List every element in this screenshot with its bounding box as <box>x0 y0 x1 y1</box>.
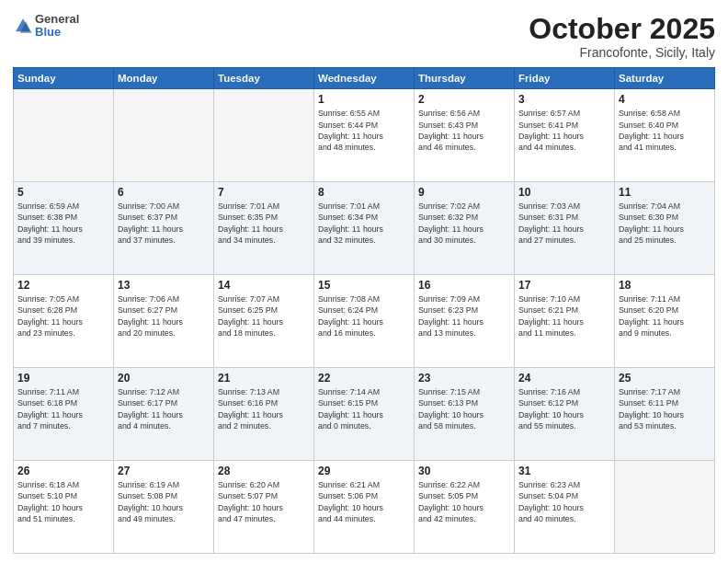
cell-info: Sunrise: 6:23 AM Sunset: 5:04 PM Dayligh… <box>518 479 610 524</box>
location: Francofonte, Sicily, Italy <box>529 45 715 60</box>
page: General Blue October 2025 Francofonte, S… <box>0 0 728 563</box>
cell-day-number: 7 <box>218 186 310 199</box>
cell-info: Sunrise: 7:00 AM Sunset: 6:37 PM Dayligh… <box>118 201 210 246</box>
cell-info: Sunrise: 7:14 AM Sunset: 6:15 PM Dayligh… <box>318 386 410 431</box>
cell-info: Sunrise: 7:04 AM Sunset: 6:30 PM Dayligh… <box>619 201 711 246</box>
calendar-header-row: Sunday Monday Tuesday Wednesday Thursday… <box>14 68 715 89</box>
table-row: 12Sunrise: 7:05 AM Sunset: 6:28 PM Dayli… <box>14 275 114 368</box>
table-row <box>214 89 314 182</box>
cell-day-number: 15 <box>318 279 410 292</box>
table-row: 16Sunrise: 7:09 AM Sunset: 6:23 PM Dayli… <box>415 275 515 368</box>
table-row: 4Sunrise: 6:58 AM Sunset: 6:40 PM Daylig… <box>615 89 715 182</box>
table-row: 14Sunrise: 7:07 AM Sunset: 6:25 PM Dayli… <box>214 275 314 368</box>
table-row: 21Sunrise: 7:13 AM Sunset: 6:16 PM Dayli… <box>214 368 314 461</box>
cell-day-number: 29 <box>318 465 410 477</box>
table-row: 23Sunrise: 7:15 AM Sunset: 6:13 PM Dayli… <box>415 368 515 461</box>
cell-info: Sunrise: 7:01 AM Sunset: 6:34 PM Dayligh… <box>318 201 410 246</box>
cell-info: Sunrise: 7:05 AM Sunset: 6:28 PM Dayligh… <box>17 293 109 339</box>
header-friday: Friday <box>515 68 615 89</box>
cell-day-number: 8 <box>318 186 410 199</box>
month-title: October 2025 <box>529 13 715 45</box>
cell-day-number: 17 <box>518 279 610 292</box>
table-row: 13Sunrise: 7:06 AM Sunset: 6:27 PM Dayli… <box>114 275 214 368</box>
table-row: 19Sunrise: 7:11 AM Sunset: 6:18 PM Dayli… <box>14 368 114 461</box>
table-row: 3Sunrise: 6:57 AM Sunset: 6:41 PM Daylig… <box>515 89 615 182</box>
header-wednesday: Wednesday <box>314 68 415 89</box>
cell-info: Sunrise: 7:11 AM Sunset: 6:20 PM Dayligh… <box>619 293 711 339</box>
cell-day-number: 27 <box>118 465 210 477</box>
table-row: 2Sunrise: 6:56 AM Sunset: 6:43 PM Daylig… <box>415 89 515 182</box>
cell-info: Sunrise: 6:20 AM Sunset: 5:07 PM Dayligh… <box>218 479 310 524</box>
logo-text: General Blue <box>35 13 79 40</box>
cell-info: Sunrise: 6:18 AM Sunset: 5:10 PM Dayligh… <box>17 479 109 524</box>
logo-blue: Blue <box>35 25 61 39</box>
header-sunday: Sunday <box>14 68 114 89</box>
table-row <box>14 89 114 182</box>
cell-day-number: 25 <box>619 372 711 385</box>
cell-day-number: 23 <box>418 372 510 385</box>
calendar-week-row: 12Sunrise: 7:05 AM Sunset: 6:28 PM Dayli… <box>14 275 715 368</box>
cell-day-number: 30 <box>418 465 510 477</box>
table-row: 31Sunrise: 6:23 AM Sunset: 5:04 PM Dayli… <box>515 461 615 554</box>
logo: General Blue <box>13 13 79 40</box>
table-row: 25Sunrise: 7:17 AM Sunset: 6:11 PM Dayli… <box>615 368 715 461</box>
table-row: 27Sunrise: 6:19 AM Sunset: 5:08 PM Dayli… <box>114 461 214 554</box>
cell-day-number: 3 <box>518 93 610 106</box>
header: General Blue October 2025 Francofonte, S… <box>13 13 715 60</box>
table-row: 20Sunrise: 7:12 AM Sunset: 6:17 PM Dayli… <box>114 368 214 461</box>
cell-info: Sunrise: 6:57 AM Sunset: 6:41 PM Dayligh… <box>518 108 610 153</box>
cell-info: Sunrise: 7:12 AM Sunset: 6:17 PM Dayligh… <box>118 386 210 431</box>
logo-icon <box>13 16 33 36</box>
cell-info: Sunrise: 7:08 AM Sunset: 6:24 PM Dayligh… <box>318 293 410 339</box>
header-monday: Monday <box>114 68 214 89</box>
logo-general: General <box>35 12 79 26</box>
header-tuesday: Tuesday <box>214 68 314 89</box>
cell-info: Sunrise: 7:02 AM Sunset: 6:32 PM Dayligh… <box>418 201 510 246</box>
cell-day-number: 16 <box>418 279 510 292</box>
cell-day-number: 1 <box>318 93 410 106</box>
table-row: 11Sunrise: 7:04 AM Sunset: 6:30 PM Dayli… <box>615 182 715 275</box>
cell-info: Sunrise: 6:19 AM Sunset: 5:08 PM Dayligh… <box>118 479 210 524</box>
table-row: 29Sunrise: 6:21 AM Sunset: 5:06 PM Dayli… <box>314 461 415 554</box>
table-row: 24Sunrise: 7:16 AM Sunset: 6:12 PM Dayli… <box>515 368 615 461</box>
table-row: 1Sunrise: 6:55 AM Sunset: 6:44 PM Daylig… <box>314 89 415 182</box>
table-row: 28Sunrise: 6:20 AM Sunset: 5:07 PM Dayli… <box>214 461 314 554</box>
cell-day-number: 10 <box>518 186 610 199</box>
cell-day-number: 28 <box>218 465 310 477</box>
table-row <box>615 461 715 554</box>
cell-day-number: 12 <box>17 279 109 292</box>
table-row: 17Sunrise: 7:10 AM Sunset: 6:21 PM Dayli… <box>515 275 615 368</box>
cell-info: Sunrise: 7:11 AM Sunset: 6:18 PM Dayligh… <box>17 386 109 431</box>
cell-info: Sunrise: 7:07 AM Sunset: 6:25 PM Dayligh… <box>218 293 310 339</box>
cell-day-number: 21 <box>218 372 310 385</box>
table-row: 26Sunrise: 6:18 AM Sunset: 5:10 PM Dayli… <box>14 461 114 554</box>
cell-day-number: 31 <box>518 465 610 477</box>
cell-day-number: 11 <box>619 186 711 199</box>
cell-day-number: 13 <box>118 279 210 292</box>
cell-day-number: 9 <box>418 186 510 199</box>
calendar-week-row: 5Sunrise: 6:59 AM Sunset: 6:38 PM Daylig… <box>14 182 715 275</box>
header-thursday: Thursday <box>415 68 515 89</box>
cell-day-number: 24 <box>518 372 610 385</box>
cell-info: Sunrise: 6:22 AM Sunset: 5:05 PM Dayligh… <box>418 479 510 524</box>
table-row: 30Sunrise: 6:22 AM Sunset: 5:05 PM Dayli… <box>415 461 515 554</box>
calendar-week-row: 26Sunrise: 6:18 AM Sunset: 5:10 PM Dayli… <box>14 461 715 554</box>
table-row: 15Sunrise: 7:08 AM Sunset: 6:24 PM Dayli… <box>314 275 415 368</box>
table-row: 5Sunrise: 6:59 AM Sunset: 6:38 PM Daylig… <box>14 182 114 275</box>
cell-info: Sunrise: 6:58 AM Sunset: 6:40 PM Dayligh… <box>619 108 711 153</box>
cell-info: Sunrise: 7:17 AM Sunset: 6:11 PM Dayligh… <box>619 386 711 431</box>
cell-day-number: 6 <box>118 186 210 199</box>
table-row: 9Sunrise: 7:02 AM Sunset: 6:32 PM Daylig… <box>415 182 515 275</box>
cell-info: Sunrise: 7:06 AM Sunset: 6:27 PM Dayligh… <box>118 293 210 339</box>
cell-info: Sunrise: 7:13 AM Sunset: 6:16 PM Dayligh… <box>218 386 310 431</box>
cell-day-number: 4 <box>619 93 711 106</box>
calendar-week-row: 19Sunrise: 7:11 AM Sunset: 6:18 PM Dayli… <box>14 368 715 461</box>
cell-info: Sunrise: 7:01 AM Sunset: 6:35 PM Dayligh… <box>218 201 310 246</box>
table-row: 22Sunrise: 7:14 AM Sunset: 6:15 PM Dayli… <box>314 368 415 461</box>
calendar-week-row: 1Sunrise: 6:55 AM Sunset: 6:44 PM Daylig… <box>14 89 715 182</box>
cell-info: Sunrise: 7:03 AM Sunset: 6:31 PM Dayligh… <box>518 201 610 246</box>
cell-day-number: 19 <box>17 372 109 385</box>
table-row: 18Sunrise: 7:11 AM Sunset: 6:20 PM Dayli… <box>615 275 715 368</box>
header-saturday: Saturday <box>615 68 715 89</box>
cell-day-number: 22 <box>318 372 410 385</box>
